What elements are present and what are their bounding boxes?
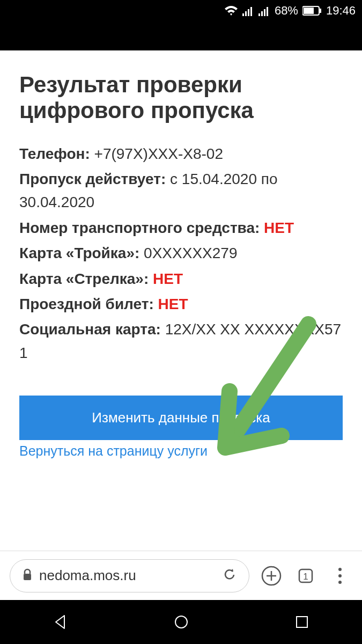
battery-icon	[302, 6, 322, 16]
svg-point-20	[175, 616, 187, 628]
svg-rect-4	[258, 13, 260, 16]
android-nav-bar	[0, 600, 362, 644]
page-title: Результат проверки цифрового пропуска	[19, 72, 343, 124]
svg-rect-7	[267, 7, 268, 16]
main-content: Результат проверки цифрового пропуска Те…	[0, 50, 362, 551]
browser-top-bar	[0, 21, 362, 50]
time: 19:46	[326, 4, 356, 18]
svg-point-18	[338, 574, 342, 577]
signal-icon	[242, 5, 254, 16]
status-bar: 68% 19:46	[0, 0, 362, 21]
url-text: nedoma.mos.ru	[39, 567, 216, 584]
field-ticket: Проездной билет: НЕТ	[19, 292, 343, 316]
recents-button[interactable]	[267, 606, 337, 638]
field-label: Проездной билет:	[19, 296, 154, 312]
field-label: Карта «Тройка»:	[19, 245, 139, 261]
svg-rect-2	[248, 9, 249, 16]
back-button[interactable]	[26, 606, 95, 638]
field-label: Телефон:	[19, 145, 90, 162]
svg-rect-9	[304, 8, 314, 14]
field-vehicle: Номер транспортного средства: НЕТ	[19, 216, 343, 239]
field-label: Номер транспортного средства:	[19, 219, 260, 236]
new-tab-button[interactable]	[259, 564, 284, 588]
field-troika: Карта «Тройка»: 0XXXXXX279	[19, 241, 343, 265]
svg-point-17	[338, 568, 342, 571]
back-link[interactable]: Вернуться на страницу услуги	[19, 443, 343, 459]
field-value: +7(97X)XXX-X8-02	[94, 145, 223, 162]
field-social: Социальная карта: 12X/XX XX XXXXXXXX57 1	[19, 318, 343, 364]
svg-rect-3	[250, 7, 252, 16]
svg-rect-6	[264, 9, 265, 16]
field-label: Социальная карта:	[19, 321, 161, 338]
svg-text:1: 1	[303, 572, 308, 582]
field-validity: Пропуск действует: с 15.04.2020 по 30.04…	[19, 167, 343, 214]
field-value-none: НЕТ	[158, 296, 188, 312]
field-value-none: НЕТ	[264, 219, 294, 236]
field-phone: Телефон: +7(97X)XXX-X8-02	[19, 142, 343, 165]
wifi-icon	[224, 5, 238, 16]
signal-icon-2	[258, 5, 270, 16]
menu-button[interactable]	[328, 564, 352, 588]
reload-icon[interactable]	[222, 567, 237, 584]
field-strelka: Карта «Стрелка»: НЕТ	[19, 267, 343, 290]
tabs-button[interactable]: 1	[293, 564, 318, 588]
svg-point-19	[338, 581, 342, 584]
field-label: Карта «Стрелка»:	[19, 270, 149, 287]
svg-rect-21	[297, 617, 307, 627]
home-button[interactable]	[146, 606, 216, 638]
field-label: Пропуск действует:	[19, 171, 166, 187]
svg-rect-5	[261, 11, 263, 16]
svg-rect-1	[245, 11, 247, 16]
lock-icon	[22, 568, 33, 583]
field-value: 0XXXXXX279	[144, 245, 237, 261]
url-bar[interactable]: nedoma.mos.ru	[10, 559, 249, 592]
field-value-none: НЕТ	[153, 270, 183, 287]
svg-rect-0	[242, 13, 244, 16]
svg-rect-11	[24, 574, 31, 580]
battery-percent: 68%	[275, 4, 298, 18]
edit-pass-button[interactable]: Изменить данные пропуска	[19, 396, 343, 440]
browser-toolbar: nedoma.mos.ru 1	[0, 551, 362, 600]
svg-rect-10	[320, 9, 321, 13]
